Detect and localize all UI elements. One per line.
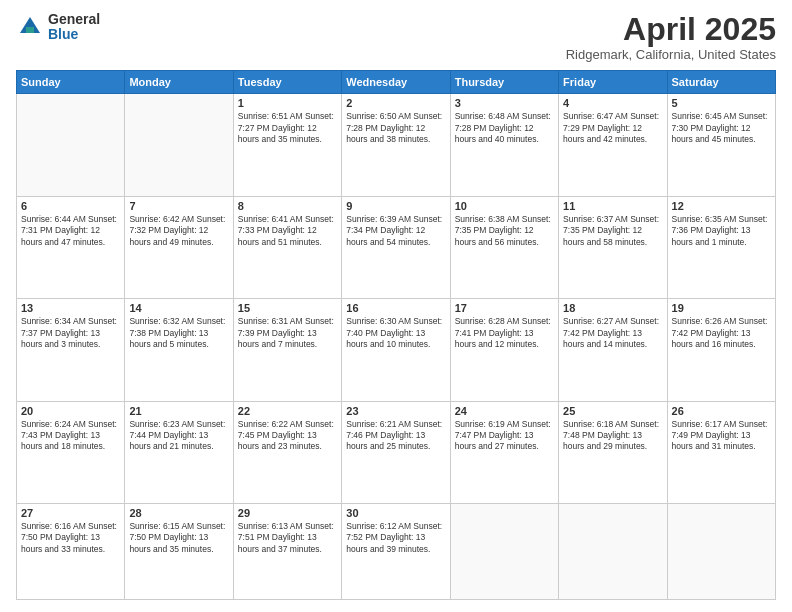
day-number: 30: [346, 507, 445, 519]
day-number: 26: [672, 405, 771, 417]
day-number: 15: [238, 302, 337, 314]
calendar-cell: 25Sunrise: 6:18 AM Sunset: 7:48 PM Dayli…: [559, 401, 667, 503]
calendar-cell: 28Sunrise: 6:15 AM Sunset: 7:50 PM Dayli…: [125, 503, 233, 599]
logo: General Blue: [16, 12, 100, 43]
day-number: 7: [129, 200, 228, 212]
calendar-cell: 30Sunrise: 6:12 AM Sunset: 7:52 PM Dayli…: [342, 503, 450, 599]
calendar-cell: [125, 94, 233, 196]
calendar-header-friday: Friday: [559, 71, 667, 94]
calendar-cell: 1Sunrise: 6:51 AM Sunset: 7:27 PM Daylig…: [233, 94, 341, 196]
svg-rect-1: [26, 27, 34, 33]
day-info: Sunrise: 6:47 AM Sunset: 7:29 PM Dayligh…: [563, 111, 662, 145]
calendar-cell: 24Sunrise: 6:19 AM Sunset: 7:47 PM Dayli…: [450, 401, 558, 503]
calendar-cell: 3Sunrise: 6:48 AM Sunset: 7:28 PM Daylig…: [450, 94, 558, 196]
day-number: 11: [563, 200, 662, 212]
calendar-table: SundayMondayTuesdayWednesdayThursdayFrid…: [16, 70, 776, 600]
day-number: 25: [563, 405, 662, 417]
day-number: 2: [346, 97, 445, 109]
calendar-week-row: 20Sunrise: 6:24 AM Sunset: 7:43 PM Dayli…: [17, 401, 776, 503]
day-info: Sunrise: 6:19 AM Sunset: 7:47 PM Dayligh…: [455, 419, 554, 453]
calendar-cell: 9Sunrise: 6:39 AM Sunset: 7:34 PM Daylig…: [342, 196, 450, 298]
day-info: Sunrise: 6:39 AM Sunset: 7:34 PM Dayligh…: [346, 214, 445, 248]
calendar-cell: 21Sunrise: 6:23 AM Sunset: 7:44 PM Dayli…: [125, 401, 233, 503]
day-number: 3: [455, 97, 554, 109]
day-info: Sunrise: 6:28 AM Sunset: 7:41 PM Dayligh…: [455, 316, 554, 350]
calendar-cell: 12Sunrise: 6:35 AM Sunset: 7:36 PM Dayli…: [667, 196, 775, 298]
day-info: Sunrise: 6:27 AM Sunset: 7:42 PM Dayligh…: [563, 316, 662, 350]
logo-blue-text: Blue: [48, 27, 100, 42]
day-number: 16: [346, 302, 445, 314]
calendar-week-row: 6Sunrise: 6:44 AM Sunset: 7:31 PM Daylig…: [17, 196, 776, 298]
day-info: Sunrise: 6:44 AM Sunset: 7:31 PM Dayligh…: [21, 214, 120, 248]
logo-general-text: General: [48, 12, 100, 27]
day-info: Sunrise: 6:51 AM Sunset: 7:27 PM Dayligh…: [238, 111, 337, 145]
calendar-cell: 5Sunrise: 6:45 AM Sunset: 7:30 PM Daylig…: [667, 94, 775, 196]
day-number: 18: [563, 302, 662, 314]
day-info: Sunrise: 6:35 AM Sunset: 7:36 PM Dayligh…: [672, 214, 771, 248]
day-info: Sunrise: 6:21 AM Sunset: 7:46 PM Dayligh…: [346, 419, 445, 453]
header: General Blue April 2025 Ridgemark, Calif…: [16, 12, 776, 62]
calendar-header-monday: Monday: [125, 71, 233, 94]
day-info: Sunrise: 6:48 AM Sunset: 7:28 PM Dayligh…: [455, 111, 554, 145]
calendar-cell: 19Sunrise: 6:26 AM Sunset: 7:42 PM Dayli…: [667, 299, 775, 401]
calendar-cell: [559, 503, 667, 599]
calendar-cell: 17Sunrise: 6:28 AM Sunset: 7:41 PM Dayli…: [450, 299, 558, 401]
calendar-cell: 2Sunrise: 6:50 AM Sunset: 7:28 PM Daylig…: [342, 94, 450, 196]
calendar-cell: 14Sunrise: 6:32 AM Sunset: 7:38 PM Dayli…: [125, 299, 233, 401]
day-info: Sunrise: 6:22 AM Sunset: 7:45 PM Dayligh…: [238, 419, 337, 453]
page: General Blue April 2025 Ridgemark, Calif…: [0, 0, 792, 612]
logo-icon: [16, 13, 44, 41]
calendar-cell: 11Sunrise: 6:37 AM Sunset: 7:35 PM Dayli…: [559, 196, 667, 298]
day-number: 22: [238, 405, 337, 417]
calendar-cell: [17, 94, 125, 196]
day-number: 9: [346, 200, 445, 212]
day-number: 21: [129, 405, 228, 417]
calendar-cell: 4Sunrise: 6:47 AM Sunset: 7:29 PM Daylig…: [559, 94, 667, 196]
day-number: 14: [129, 302, 228, 314]
day-info: Sunrise: 6:32 AM Sunset: 7:38 PM Dayligh…: [129, 316, 228, 350]
calendar-cell: [667, 503, 775, 599]
calendar-cell: 16Sunrise: 6:30 AM Sunset: 7:40 PM Dayli…: [342, 299, 450, 401]
day-number: 8: [238, 200, 337, 212]
calendar-cell: 18Sunrise: 6:27 AM Sunset: 7:42 PM Dayli…: [559, 299, 667, 401]
calendar-cell: 8Sunrise: 6:41 AM Sunset: 7:33 PM Daylig…: [233, 196, 341, 298]
day-number: 24: [455, 405, 554, 417]
calendar-cell: 26Sunrise: 6:17 AM Sunset: 7:49 PM Dayli…: [667, 401, 775, 503]
calendar-header-tuesday: Tuesday: [233, 71, 341, 94]
calendar-cell: 27Sunrise: 6:16 AM Sunset: 7:50 PM Dayli…: [17, 503, 125, 599]
day-number: 10: [455, 200, 554, 212]
day-number: 4: [563, 97, 662, 109]
day-number: 13: [21, 302, 120, 314]
calendar-cell: [450, 503, 558, 599]
day-info: Sunrise: 6:13 AM Sunset: 7:51 PM Dayligh…: [238, 521, 337, 555]
day-number: 29: [238, 507, 337, 519]
day-info: Sunrise: 6:38 AM Sunset: 7:35 PM Dayligh…: [455, 214, 554, 248]
calendar-header-sunday: Sunday: [17, 71, 125, 94]
day-info: Sunrise: 6:15 AM Sunset: 7:50 PM Dayligh…: [129, 521, 228, 555]
day-info: Sunrise: 6:24 AM Sunset: 7:43 PM Dayligh…: [21, 419, 120, 453]
day-number: 19: [672, 302, 771, 314]
day-info: Sunrise: 6:30 AM Sunset: 7:40 PM Dayligh…: [346, 316, 445, 350]
day-number: 1: [238, 97, 337, 109]
calendar-cell: 13Sunrise: 6:34 AM Sunset: 7:37 PM Dayli…: [17, 299, 125, 401]
calendar-cell: 29Sunrise: 6:13 AM Sunset: 7:51 PM Dayli…: [233, 503, 341, 599]
day-number: 12: [672, 200, 771, 212]
day-info: Sunrise: 6:37 AM Sunset: 7:35 PM Dayligh…: [563, 214, 662, 248]
subtitle: Ridgemark, California, United States: [566, 47, 776, 62]
calendar-cell: 22Sunrise: 6:22 AM Sunset: 7:45 PM Dayli…: [233, 401, 341, 503]
day-info: Sunrise: 6:23 AM Sunset: 7:44 PM Dayligh…: [129, 419, 228, 453]
calendar-header-wednesday: Wednesday: [342, 71, 450, 94]
day-info: Sunrise: 6:17 AM Sunset: 7:49 PM Dayligh…: [672, 419, 771, 453]
day-info: Sunrise: 6:34 AM Sunset: 7:37 PM Dayligh…: [21, 316, 120, 350]
calendar-header-saturday: Saturday: [667, 71, 775, 94]
day-number: 27: [21, 507, 120, 519]
day-info: Sunrise: 6:42 AM Sunset: 7:32 PM Dayligh…: [129, 214, 228, 248]
calendar-header-row: SundayMondayTuesdayWednesdayThursdayFrid…: [17, 71, 776, 94]
day-info: Sunrise: 6:26 AM Sunset: 7:42 PM Dayligh…: [672, 316, 771, 350]
calendar-cell: 20Sunrise: 6:24 AM Sunset: 7:43 PM Dayli…: [17, 401, 125, 503]
day-number: 20: [21, 405, 120, 417]
calendar-cell: 10Sunrise: 6:38 AM Sunset: 7:35 PM Dayli…: [450, 196, 558, 298]
calendar-header-thursday: Thursday: [450, 71, 558, 94]
day-number: 5: [672, 97, 771, 109]
calendar-week-row: 1Sunrise: 6:51 AM Sunset: 7:27 PM Daylig…: [17, 94, 776, 196]
